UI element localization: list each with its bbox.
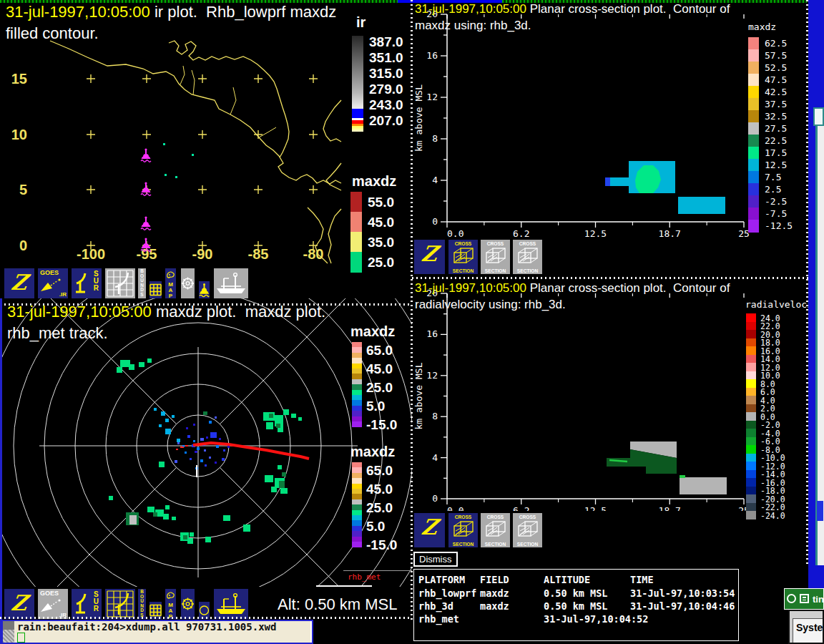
svg-text:0.0: 0.0 xyxy=(447,228,464,238)
radar-grid-button[interactable] xyxy=(104,268,136,299)
colorbar-tick-label: 25.0 xyxy=(366,500,393,516)
terminal-window[interactable]: rain:beaufait:204>xdump.all 970731.1005.… xyxy=(0,620,313,644)
table-cell: maxdz xyxy=(480,587,509,599)
radialvelocity-colorbar: radialvelocity24.022.020.018.016.014.012… xyxy=(744,299,808,522)
cross-section-cube-icon xyxy=(513,519,542,542)
cross-section-button-3[interactable]: CROSSSECTION xyxy=(512,512,543,548)
terminal-cursor xyxy=(17,633,25,643)
cross-section-button-2[interactable]: CROSSSECTION xyxy=(480,512,511,548)
colorbar-tick-label: 387.0 xyxy=(369,34,403,50)
radar-panel-title-line2: rhb_met track. xyxy=(7,324,108,343)
colorbar-tick-label: 45.0 xyxy=(366,482,393,497)
xs2-title-line1: 31-jul-1997,10:05:00 Planar cross-sectio… xyxy=(415,281,730,296)
sur-label: SUR xyxy=(94,270,99,293)
svg-text:0: 0 xyxy=(432,493,438,504)
buoy-button[interactable] xyxy=(198,280,210,299)
wheel-button[interactable] xyxy=(180,268,195,299)
timestamp: 31-jul-1997,10:05:00 xyxy=(6,3,150,21)
colorbar-tick-label: -15.0 xyxy=(366,417,397,433)
zeb-logo-button[interactable]: Z xyxy=(413,512,446,548)
ship-button[interactable] xyxy=(213,268,249,299)
ship-button[interactable] xyxy=(213,588,249,620)
cross-label: CROSS xyxy=(481,514,510,519)
cross-section-button-active[interactable]: CROSSSECTION xyxy=(448,512,479,548)
bounds-label: BOUNDS xyxy=(138,269,146,297)
colorbar-cell xyxy=(746,454,756,462)
colorbar-cell xyxy=(748,195,759,208)
window-right-border xyxy=(806,0,808,565)
cross-label: CROSS xyxy=(513,514,542,519)
timestamp: 31-jul-1997,10:05:00 xyxy=(7,303,152,321)
terminal-text-area[interactable]: rain:beaufait:204>xdump.all 970731.1005.… xyxy=(14,621,310,643)
surveillance-radar-button[interactable]: SUR xyxy=(71,268,102,299)
section-label: SECTION xyxy=(448,542,478,547)
colorbar-cell xyxy=(748,110,759,123)
colorbar-cell xyxy=(746,421,756,429)
colorbar-cell xyxy=(746,313,756,322)
colorbar-tick-label: -7.5 xyxy=(765,208,787,219)
window-doc-icon[interactable] xyxy=(800,594,809,603)
colorbar-tick-label: 47.5 xyxy=(765,74,787,85)
colorbar-tick-label: 351.0 xyxy=(369,50,403,66)
colorbar-cell xyxy=(748,159,759,172)
colorbar-cell xyxy=(746,503,756,512)
colorbar-tick-label: 243.0 xyxy=(369,97,403,113)
colorbar-title: maxdz xyxy=(352,173,396,190)
table-cell: rhb_lowprf xyxy=(418,587,476,599)
goes-ir-button[interactable]: GOES.IR xyxy=(37,588,69,620)
cross-section-cube-icon xyxy=(481,246,510,268)
wheel-button[interactable] xyxy=(180,588,195,620)
table-cell: ALTITUDE xyxy=(544,574,590,585)
svg-text:18.7: 18.7 xyxy=(659,505,681,511)
colorbar-cell xyxy=(746,494,756,503)
grid-button[interactable] xyxy=(149,280,162,299)
table-cell: PLATFORM xyxy=(418,574,465,585)
cross-section-cube-icon xyxy=(513,246,542,268)
zeb-logo-button[interactable]: Z xyxy=(4,588,35,620)
desktop-scrollbar-thumb[interactable] xyxy=(817,501,823,521)
map-toolbar: ZGOES.IRSURBOUNDSMAP xyxy=(0,268,412,302)
desktop-scrollbar[interactable] xyxy=(815,126,824,565)
table-cell: rhb_3d xyxy=(418,600,453,612)
cross-section-button-2[interactable]: CROSSSECTION xyxy=(480,239,511,275)
dismiss-button[interactable]: Dismiss xyxy=(413,552,458,567)
time-window-title: tin xyxy=(813,594,824,605)
ir-map-panel: 151050-100-95-90-85-80 31-jul-1997,10:05… xyxy=(0,0,412,265)
colorbar-cell xyxy=(746,487,756,495)
goes-ir-button[interactable]: GOES.IR xyxy=(37,268,69,299)
system-window[interactable]: System xyxy=(788,610,824,644)
radar-grid-icon xyxy=(105,268,135,298)
time-window-titlebar[interactable]: tin xyxy=(784,588,824,610)
surveillance-radar-button[interactable]: SUR xyxy=(71,588,102,620)
xs1-toolbar: ZCROSSSECTIONCROSSSECTIONCROSSSECTION xyxy=(412,238,808,278)
map-overlay-button[interactable]: MAP xyxy=(165,268,177,299)
radar-ppi-panel: 31-jul-1997,10:05:00 maxdz plot. maxdz p… xyxy=(0,298,412,587)
cross-label: CROSS xyxy=(448,241,478,246)
cross-section-button-active[interactable]: CROSSSECTION xyxy=(448,239,479,275)
map-overlay-button[interactable]: MAP xyxy=(165,588,177,620)
table-cell: 31-Jul-97,10:04:46 xyxy=(630,600,735,612)
xs1-title-line1: 31-jul-1997,10:05:00 Planar cross-sectio… xyxy=(415,2,730,16)
colorbar-tick-label: 12.5 xyxy=(765,160,787,170)
radar-grid-button[interactable] xyxy=(104,588,136,620)
radialvelocity-cross-section-panel: 0481216200.06.212.518.725Distance in kmk… xyxy=(412,280,808,511)
colorbar-tick-label: 65.0 xyxy=(366,343,393,358)
colorbar-tick-label: -2.5 xyxy=(765,196,787,207)
zeb-logo-button[interactable]: Z xyxy=(413,239,446,275)
terminal-scrollbar-thumb[interactable] xyxy=(3,621,14,630)
colorbar-cell xyxy=(748,208,759,220)
bounds-button[interactable]: BOUNDS xyxy=(137,588,147,620)
z-logo-icon: Z xyxy=(414,514,445,540)
colorbar-cell xyxy=(746,338,756,347)
table-cell: 31-Jul-97,10:04:52 xyxy=(544,613,648,625)
section-label: SECTION xyxy=(513,268,542,273)
colorbar-tick-label: 25.0 xyxy=(366,380,393,396)
colorbar-title: maxdz xyxy=(350,444,395,460)
z-logo-icon: Z xyxy=(4,270,34,295)
buoy-marker xyxy=(141,182,151,195)
zeb-logo-button[interactable]: Z xyxy=(4,268,35,299)
colorbar-tick-label: 315.0 xyxy=(369,66,403,82)
cross-section-button-3[interactable]: CROSSSECTION xyxy=(512,239,543,275)
window-menu-icon[interactable] xyxy=(787,594,796,603)
bounds-button[interactable]: BOUNDS xyxy=(137,268,147,299)
